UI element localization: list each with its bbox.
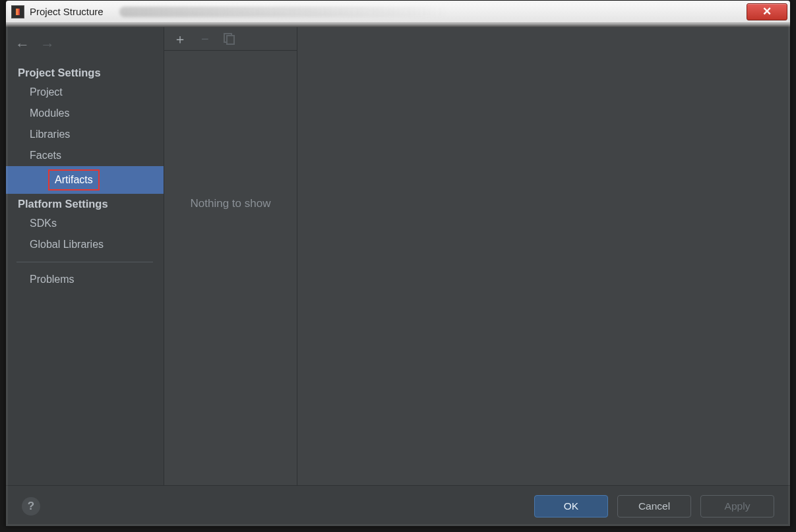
sidebar-item-project[interactable]: Project <box>6 82 164 103</box>
sidebar-item-sdks[interactable]: SDKs <box>6 213 164 234</box>
close-button[interactable]: ✕ <box>747 3 787 20</box>
project-structure-dialog: Project Structure ✕ ← → Project Settings… <box>5 0 791 527</box>
ok-button[interactable]: OK <box>534 495 608 517</box>
window-title: Project Structure <box>30 6 104 17</box>
sidebar-item-modules[interactable]: Modules <box>6 103 164 124</box>
background-blur <box>119 7 449 17</box>
detail-pane <box>297 27 790 485</box>
sidebar-item-problems[interactable]: Problems <box>6 269 164 290</box>
help-icon: ? <box>28 500 34 513</box>
artifact-list-column: ＋ − Nothing to show <box>164 27 297 485</box>
section-project-settings: Project Settings <box>6 63 164 82</box>
cancel-button[interactable]: Cancel <box>617 495 691 517</box>
close-icon: ✕ <box>762 5 772 18</box>
sidebar-item-facets[interactable]: Facets <box>6 145 164 166</box>
forward-arrow-icon[interactable]: → <box>40 38 55 52</box>
dialog-body: ← → Project Settings Project Modules Lib… <box>6 27 790 485</box>
copy-icon[interactable] <box>224 32 234 45</box>
apply-button[interactable]: Apply <box>700 495 774 517</box>
artifacts-highlight: Artifacts <box>48 169 100 191</box>
sidebar-separator <box>16 262 153 262</box>
titlebar: Project Structure ✕ <box>6 1 790 23</box>
sidebar-item-libraries[interactable]: Libraries <box>6 124 164 145</box>
sidebar-item-artifacts[interactable]: Artifacts <box>6 166 164 194</box>
nav-arrows: ← → <box>6 32 164 63</box>
sidebar: ← → Project Settings Project Modules Lib… <box>6 27 164 485</box>
empty-list-text: Nothing to show <box>191 197 271 210</box>
add-icon[interactable]: ＋ <box>173 32 187 45</box>
back-arrow-icon[interactable]: ← <box>15 38 30 52</box>
artifact-list-body: Nothing to show <box>164 51 297 485</box>
remove-icon[interactable]: − <box>201 32 209 45</box>
dialog-footer: ? OK Cancel Apply <box>6 485 790 526</box>
section-platform-settings: Platform Settings <box>6 194 164 213</box>
app-icon <box>11 5 24 18</box>
artifact-toolbar: ＋ − <box>164 27 297 51</box>
help-button[interactable]: ? <box>22 497 40 516</box>
sidebar-item-global-libraries[interactable]: Global Libraries <box>6 234 164 255</box>
